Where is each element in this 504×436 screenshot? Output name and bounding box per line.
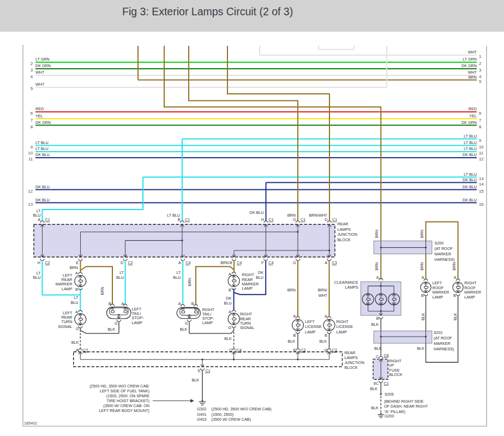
svg-text:DK GRN: DK GRN	[35, 63, 51, 68]
svg-text:LT: LT	[74, 295, 79, 300]
svg-text:12: 12	[28, 189, 33, 194]
svg-text:BLU: BLU	[224, 301, 232, 306]
svg-text:2: 2	[479, 61, 481, 66]
svg-text:WHT: WHT	[35, 82, 45, 87]
svg-text:LT GRN: LT GRN	[35, 57, 50, 62]
svg-text:LAMP: LAMP	[202, 320, 213, 325]
svg-text:C3: C3	[332, 260, 337, 265]
svg-text:(1500, 2500): (1500, 2500)	[212, 412, 234, 417]
svg-text:DK BLU: DK BLU	[463, 152, 477, 157]
svg-text:DK GRN: DK GRN	[461, 120, 477, 125]
svg-text:BLOCK: BLOCK	[345, 365, 358, 370]
svg-text:RED: RED	[35, 106, 44, 111]
svg-text:(1500, 2500: ON SPARE: (1500, 2500: ON SPARE	[106, 393, 149, 398]
svg-text:D: D	[325, 217, 327, 222]
svg-text:BLK: BLK	[371, 322, 379, 327]
svg-text:BRN: BRN	[374, 262, 379, 270]
svg-text:C1: C1	[206, 368, 211, 373]
svg-text:C4: C4	[185, 260, 190, 265]
svg-text:E: E	[76, 260, 79, 265]
svg-text:C3: C3	[332, 348, 337, 353]
svg-text:10: 10	[28, 151, 33, 156]
svg-text:BLU: BLU	[116, 275, 124, 280]
svg-text:(2500 HD, 3500 W/O CREW CAB): (2500 HD, 3500 W/O CREW CAB)	[212, 407, 272, 411]
svg-text:BRN: BRN	[188, 278, 193, 286]
svg-text:9: 9	[479, 138, 481, 143]
svg-text:BLOCK: BLOCK	[338, 237, 351, 242]
svg-text:Fig 3: Exterior Lamps Circuit: Fig 3: Exterior Lamps Circuit (2 of 3)	[122, 5, 293, 17]
svg-text:185402: 185402	[24, 421, 37, 426]
svg-text:6C: 6C	[374, 381, 379, 386]
svg-text:G: G	[76, 326, 79, 331]
svg-text:BLU: BLU	[70, 300, 78, 305]
svg-text:LT BLU: LT BLU	[35, 146, 49, 151]
svg-text:BLK: BLK	[287, 339, 295, 344]
svg-text:BLK: BLK	[371, 405, 379, 410]
svg-text:LT: LT	[119, 270, 124, 275]
svg-text:A: A	[422, 275, 424, 280]
svg-text:BRN: BRN	[452, 262, 457, 270]
svg-text:BLU: BLU	[256, 275, 263, 280]
svg-text:8: 8	[479, 124, 481, 129]
svg-text:C3: C3	[301, 348, 305, 353]
svg-text:G: G	[293, 217, 296, 222]
svg-text:B: B	[421, 293, 424, 298]
svg-text:LAMP: LAMP	[132, 320, 143, 325]
svg-text:6: 6	[479, 111, 481, 116]
svg-text:7: 7	[31, 118, 33, 123]
svg-text:REAR: REAR	[338, 222, 349, 226]
svg-text:LAMP: LAMP	[337, 330, 347, 335]
svg-text:REAR: REAR	[345, 350, 356, 355]
svg-text:13: 13	[479, 176, 484, 181]
svg-text:C4: C4	[237, 348, 242, 353]
svg-text:B: B	[178, 217, 181, 222]
svg-text:DK: DK	[226, 296, 232, 301]
svg-text:S200: S200	[435, 241, 444, 246]
svg-text:A: A	[75, 309, 78, 314]
svg-text:A: A	[229, 272, 231, 277]
svg-text:DK BLU: DK BLU	[250, 210, 264, 215]
svg-text:S205: S205	[385, 392, 394, 397]
svg-text:DK BLU: DK BLU	[463, 198, 477, 202]
svg-text:9: 9	[31, 145, 33, 150]
svg-text:BRN: BRN	[100, 286, 105, 295]
svg-text:LEFT: LEFT	[305, 319, 315, 324]
svg-text:2: 2	[31, 61, 33, 66]
svg-text:16: 16	[479, 202, 484, 207]
svg-text:H: H	[38, 260, 40, 265]
svg-text:C1: C1	[45, 217, 50, 222]
svg-text:BRN: BRN	[469, 75, 477, 80]
svg-text:B: B	[109, 301, 111, 306]
svg-text:BLK: BLK	[180, 327, 188, 332]
svg-text:HARNESS): HARNESS)	[435, 257, 455, 262]
svg-text:LT BLU: LT BLU	[464, 172, 477, 177]
svg-text:BRN: BRN	[70, 265, 78, 270]
svg-text:WHT: WHT	[35, 70, 45, 75]
svg-text:LT BLU: LT BLU	[464, 140, 477, 145]
svg-text:C2: C2	[45, 260, 50, 265]
svg-text:H: H	[325, 348, 327, 353]
svg-text:BRN/WHT: BRN/WHT	[309, 213, 327, 218]
svg-text:DK BLU: DK BLU	[35, 184, 50, 189]
svg-text:6: 6	[31, 111, 33, 116]
svg-text:LICENSE: LICENSE	[337, 324, 353, 329]
svg-text:JUNCTION: JUNCTION	[345, 360, 364, 365]
svg-text:G302: G302	[197, 407, 207, 411]
svg-text:DK: DK	[258, 270, 263, 275]
svg-text:5: 5	[479, 79, 482, 84]
svg-text:BLK: BLK	[107, 327, 115, 332]
svg-text:WHT: WHT	[319, 293, 328, 298]
svg-text:B: B	[229, 288, 231, 292]
svg-text:LEFT REAR BODY MOUNT): LEFT REAR BODY MOUNT)	[99, 408, 149, 413]
svg-text:3: 3	[31, 68, 33, 73]
svg-text:BLU: BLU	[33, 275, 41, 280]
svg-text:BLU: BLU	[173, 275, 181, 280]
svg-text:LAMPS: LAMPS	[338, 227, 351, 232]
svg-text:H: H	[261, 217, 264, 222]
svg-text:BLK: BLK	[421, 313, 425, 320]
svg-text:7: 7	[479, 118, 481, 123]
svg-text:4: 4	[31, 74, 33, 79]
svg-text:LAMPS: LAMPS	[345, 355, 358, 360]
svg-text:BLK: BLK	[417, 346, 424, 351]
svg-text:SIGNAL: SIGNAL	[58, 324, 72, 329]
